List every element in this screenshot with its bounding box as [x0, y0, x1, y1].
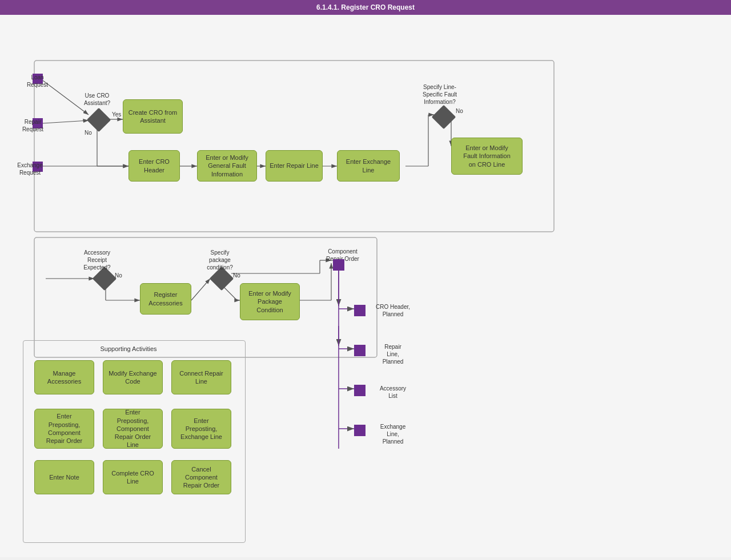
cro-header-planned-label: CRO Header,Planned [370, 303, 416, 318]
enter-preposting-cro-line-box[interactable]: EnterPreposting,ComponentRepair OrderLin… [103, 409, 163, 449]
repair-request-label: RepairRequest [17, 118, 49, 133]
no-label1: No [85, 129, 92, 136]
cancel-component-box[interactable]: CancelComponentRepair Order [171, 460, 231, 494]
enter-note-box[interactable]: Enter Note [34, 460, 94, 494]
no-label3: No [115, 272, 122, 279]
register-accessories-box[interactable]: RegisterAccessories [140, 283, 191, 315]
use-cro-label: Use CROAssistant? [74, 92, 120, 107]
modify-exchange-code-box[interactable]: Modify ExchangeCode [103, 360, 163, 394]
accessory-list-icon [354, 385, 366, 396]
enter-modify-package-box[interactable]: Enter or ModifyPackageCondition [240, 283, 300, 320]
specify-line-fault-label: Specify Line-Specific FaultInformation? [411, 83, 468, 106]
enter-exchange-line-box[interactable]: Enter ExchangeLine [337, 150, 400, 182]
title-text: 6.1.4.1. Register CRO Request [316, 3, 415, 11]
svg-line-3 [43, 120, 89, 123]
enter-cro-header-box[interactable]: Enter CROHeader [128, 150, 180, 182]
enter-repair-line-box[interactable]: Enter Repair Line [266, 150, 323, 182]
svg-line-19 [191, 279, 210, 300]
svg-line-21 [223, 286, 237, 300]
specify-package-label: Specifypackagecondition? [197, 249, 243, 271]
specify-line-fault-diamond [432, 105, 456, 129]
exchange-request-label: ExchangeRequest [11, 162, 49, 176]
accessory-list-label: AccessoryList [370, 385, 416, 400]
enter-preposting-exchange-box[interactable]: EnterPreposting,Exchange Line [171, 409, 231, 449]
cro-header-planned-icon [354, 305, 366, 316]
no-label4: No [233, 272, 240, 279]
title-bar: 6.1.4.1. Register CRO Request [0, 0, 731, 15]
connect-repair-line-box[interactable]: Connect RepairLine [171, 360, 231, 394]
use-cro-diamond [87, 108, 111, 132]
manage-accessories-box[interactable]: ManageAccessories [34, 360, 94, 394]
repair-line-planned-icon [354, 345, 366, 356]
enter-preposting-cro-box[interactable]: EnterPreposting,ComponentRepair Order [34, 409, 94, 449]
enter-modify-fault-box[interactable]: Enter or ModifyFault Informationon CRO L… [451, 138, 523, 175]
loan-request-label: LoanRequest [22, 74, 53, 88]
enter-modify-general-box[interactable]: Enter or ModifyGeneral FaultInformation [197, 150, 257, 182]
yes-label: Yes [112, 111, 121, 118]
supporting-activities-title: Supporting Activities [83, 345, 174, 353]
accessory-receipt-label: AccessoryReceiptExpected? [74, 249, 120, 271]
exchange-line-planned-icon [354, 425, 366, 436]
component-repair-order-icon [333, 259, 344, 271]
no-label2: No [456, 107, 463, 115]
exchange-line-planned-label: ExchangeLine,Planned [370, 423, 416, 445]
repair-line-planned-label: RepairLine,Planned [370, 343, 416, 365]
create-cro-box[interactable]: Create CRO fromAssistant [123, 99, 183, 134]
complete-cro-line-box[interactable]: Complete CROLine [103, 460, 163, 494]
